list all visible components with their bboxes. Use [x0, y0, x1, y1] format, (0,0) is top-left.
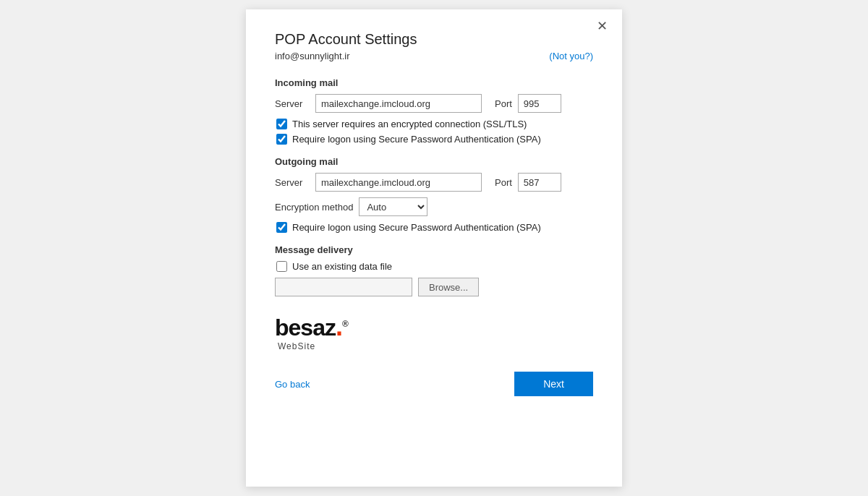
go-back-link[interactable]: Go back: [275, 379, 310, 390]
ssl-checkbox[interactable]: [276, 119, 287, 129]
page-title: POP Account Settings: [275, 31, 593, 48]
pop-account-settings-dialog: ✕ POP Account Settings info@sunnylight.i…: [246, 9, 622, 487]
existing-file-label: Use an existing data file: [292, 261, 392, 272]
next-button[interactable]: Next: [514, 372, 593, 396]
outgoing-mail-title: Outgoing mail: [275, 156, 593, 167]
incoming-server-row: Server Port: [275, 94, 593, 113]
logo-dot: .: [336, 312, 342, 341]
email-row: info@sunnylight.ir (Not you?): [275, 51, 593, 61]
not-you-link[interactable]: (Not you?): [549, 51, 593, 61]
outgoing-server-row: Server Port: [275, 173, 593, 192]
outgoing-spa-checkbox-label: Require logon using Secure Password Auth…: [292, 222, 541, 233]
incoming-spa-checkbox-label: Require logon using Secure Password Auth…: [292, 134, 541, 145]
encryption-select[interactable]: Auto SSL/TLS STARTTLS None: [359, 197, 427, 216]
logo-area: besaz.® WebSite: [275, 314, 593, 351]
data-file-row: Browse...: [275, 278, 593, 296]
ssl-checkbox-row: This server requires an encrypted connec…: [276, 119, 593, 129]
browse-button[interactable]: Browse...: [418, 278, 479, 296]
logo-word: besaz: [275, 315, 336, 341]
incoming-port-label: Port: [495, 98, 512, 109]
message-delivery-section: Message delivery Use an existing data fi…: [275, 244, 593, 296]
outgoing-spa-checkbox-row: Require logon using Secure Password Auth…: [276, 222, 593, 233]
outgoing-server-label: Server: [275, 177, 310, 188]
email-address: info@sunnylight.ir: [275, 51, 549, 61]
outgoing-spa-checkbox[interactable]: [276, 222, 287, 233]
logo-subtitle: WebSite: [278, 341, 315, 351]
encryption-row: Encryption method Auto SSL/TLS STARTTLS …: [275, 197, 593, 216]
incoming-port-input[interactable]: [518, 94, 561, 113]
outgoing-server-input[interactable]: [315, 173, 482, 192]
incoming-server-label: Server: [275, 98, 310, 109]
encryption-label: Encryption method: [275, 202, 353, 213]
incoming-server-input[interactable]: [315, 94, 482, 113]
logo: besaz.® WebSite: [275, 314, 593, 351]
message-delivery-title: Message delivery: [275, 244, 593, 255]
close-icon: ✕: [597, 19, 608, 33]
incoming-spa-checkbox[interactable]: [276, 134, 287, 145]
close-button[interactable]: ✕: [592, 18, 612, 34]
outgoing-port-input[interactable]: [518, 173, 561, 192]
logo-text: besaz.®: [275, 315, 348, 341]
existing-file-checkbox[interactable]: [276, 261, 287, 272]
outgoing-port-label: Port: [495, 177, 512, 188]
footer-row: Go back Next: [275, 364, 593, 396]
logo-registered: ®: [342, 319, 348, 329]
existing-file-checkbox-row: Use an existing data file: [276, 261, 593, 272]
incoming-spa-checkbox-row: Require logon using Secure Password Auth…: [276, 134, 593, 145]
data-file-input[interactable]: [275, 278, 412, 296]
ssl-checkbox-label: This server requires an encrypted connec…: [292, 119, 527, 129]
incoming-mail-title: Incoming mail: [275, 77, 593, 88]
